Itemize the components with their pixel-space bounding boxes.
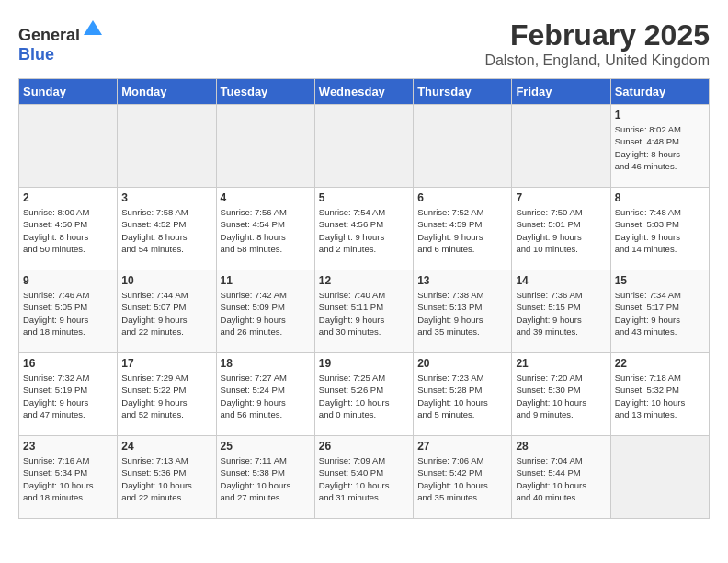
day-info: Sunrise: 7:25 AM Sunset: 5:26 PM Dayligh… [319,372,409,420]
calendar-week-1: 1Sunrise: 8:02 AM Sunset: 4:48 PM Daylig… [19,105,710,188]
calendar-cell: 23Sunrise: 7:16 AM Sunset: 5:34 PM Dayli… [19,436,118,519]
subtitle: Dalston, England, United Kingdom [484,52,710,69]
calendar-cell [216,105,314,188]
day-info: Sunrise: 7:18 AM Sunset: 5:32 PM Dayligh… [615,372,705,420]
logo: General Blue [18,18,104,64]
day-info: Sunrise: 7:54 AM Sunset: 4:56 PM Dayligh… [319,206,409,255]
day-info: Sunrise: 7:13 AM Sunset: 5:36 PM Dayligh… [121,454,211,503]
day-number: 16 [23,357,113,370]
day-info: Sunrise: 7:32 AM Sunset: 5:19 PM Dayligh… [23,372,113,420]
calendar-cell: 13Sunrise: 7:38 AM Sunset: 5:13 PM Dayli… [414,270,512,353]
day-number: 11 [221,274,311,287]
day-number: 3 [121,191,211,204]
day-info: Sunrise: 8:02 AM Sunset: 4:48 PM Dayligh… [615,123,705,172]
calendar-cell [414,105,512,188]
calendar-cell: 20Sunrise: 7:23 AM Sunset: 5:28 PM Dayli… [414,353,512,436]
calendar-cell: 8Sunrise: 7:48 AM Sunset: 5:03 PM Daylig… [610,188,709,270]
calendar-cell [118,105,216,188]
day-info: Sunrise: 7:48 AM Sunset: 5:03 PM Dayligh… [615,206,705,255]
calendar-cell: 7Sunrise: 7:50 AM Sunset: 5:01 PM Daylig… [512,188,610,270]
day-number: 9 [23,274,113,287]
day-info: Sunrise: 7:40 AM Sunset: 5:11 PM Dayligh… [319,289,409,338]
day-number: 1 [615,109,705,121]
calendar-cell: 12Sunrise: 7:40 AM Sunset: 5:11 PM Dayli… [314,270,413,353]
header-day-friday: Friday [512,79,610,105]
day-info: Sunrise: 7:50 AM Sunset: 5:01 PM Dayligh… [516,206,606,255]
day-number: 19 [319,357,409,370]
day-info: Sunrise: 7:23 AM Sunset: 5:28 PM Dayligh… [417,372,507,420]
header-day-saturday: Saturday [610,79,709,105]
page-header: General Blue February 2025 Dalston, Engl… [18,18,710,69]
logo-icon [82,18,104,40]
calendar-cell: 6Sunrise: 7:52 AM Sunset: 4:59 PM Daylig… [414,188,512,270]
day-number: 15 [615,274,705,287]
day-number: 18 [221,357,311,370]
calendar-cell [610,436,709,519]
header-day-sunday: Sunday [19,79,118,105]
day-number: 10 [121,274,211,287]
calendar-cell: 15Sunrise: 7:34 AM Sunset: 5:17 PM Dayli… [610,270,709,353]
day-info: Sunrise: 7:29 AM Sunset: 5:22 PM Dayligh… [121,372,211,420]
day-info: Sunrise: 7:09 AM Sunset: 5:40 PM Dayligh… [319,454,409,503]
day-info: Sunrise: 7:34 AM Sunset: 5:17 PM Dayligh… [615,289,705,338]
day-info: Sunrise: 7:58 AM Sunset: 4:52 PM Dayligh… [121,206,211,255]
day-number: 23 [23,440,113,453]
calendar-header: SundayMondayTuesdayWednesdayThursdayFrid… [19,79,710,105]
calendar-cell: 27Sunrise: 7:06 AM Sunset: 5:42 PM Dayli… [414,436,512,519]
day-number: 22 [615,357,705,370]
day-info: Sunrise: 7:42 AM Sunset: 5:09 PM Dayligh… [221,289,311,338]
day-info: Sunrise: 7:20 AM Sunset: 5:30 PM Dayligh… [516,372,606,420]
day-info: Sunrise: 7:36 AM Sunset: 5:15 PM Dayligh… [516,289,606,338]
day-number: 7 [516,191,606,204]
header-day-thursday: Thursday [414,79,512,105]
day-number: 12 [319,274,409,287]
day-info: Sunrise: 7:11 AM Sunset: 5:38 PM Dayligh… [221,454,311,503]
calendar-cell: 9Sunrise: 7:46 AM Sunset: 5:05 PM Daylig… [19,270,118,353]
day-number: 2 [23,191,113,204]
calendar-body: 1Sunrise: 8:02 AM Sunset: 4:48 PM Daylig… [19,105,710,519]
calendar-cell: 5Sunrise: 7:54 AM Sunset: 4:56 PM Daylig… [314,188,413,270]
calendar-cell: 1Sunrise: 8:02 AM Sunset: 4:48 PM Daylig… [610,105,709,188]
header-day-monday: Monday [118,79,216,105]
calendar-week-4: 16Sunrise: 7:32 AM Sunset: 5:19 PM Dayli… [19,353,710,436]
day-info: Sunrise: 7:16 AM Sunset: 5:34 PM Dayligh… [23,454,113,503]
calendar-cell: 16Sunrise: 7:32 AM Sunset: 5:19 PM Dayli… [19,353,118,436]
day-info: Sunrise: 7:04 AM Sunset: 5:44 PM Dayligh… [516,454,606,503]
header-day-tuesday: Tuesday [216,79,314,105]
day-number: 20 [417,357,507,370]
day-info: Sunrise: 7:27 AM Sunset: 5:24 PM Dayligh… [221,372,311,420]
calendar-cell: 28Sunrise: 7:04 AM Sunset: 5:44 PM Dayli… [512,436,610,519]
day-number: 27 [417,440,507,453]
day-number: 28 [516,440,606,453]
day-info: Sunrise: 7:56 AM Sunset: 4:54 PM Dayligh… [221,206,311,255]
day-number: 4 [221,191,311,204]
day-info: Sunrise: 7:38 AM Sunset: 5:13 PM Dayligh… [417,289,507,338]
calendar-cell [314,105,413,188]
day-info: Sunrise: 8:00 AM Sunset: 4:50 PM Dayligh… [23,206,113,255]
calendar-cell: 3Sunrise: 7:58 AM Sunset: 4:52 PM Daylig… [118,188,216,270]
header-row: SundayMondayTuesdayWednesdayThursdayFrid… [19,79,710,105]
title-block: February 2025 Dalston, England, United K… [484,18,710,69]
calendar-cell: 26Sunrise: 7:09 AM Sunset: 5:40 PM Dayli… [314,436,413,519]
day-number: 24 [121,440,211,453]
calendar-cell: 24Sunrise: 7:13 AM Sunset: 5:36 PM Dayli… [118,436,216,519]
calendar-cell: 10Sunrise: 7:44 AM Sunset: 5:07 PM Dayli… [118,270,216,353]
calendar-cell: 17Sunrise: 7:29 AM Sunset: 5:22 PM Dayli… [118,353,216,436]
calendar-cell: 2Sunrise: 8:00 AM Sunset: 4:50 PM Daylig… [19,188,118,270]
calendar-cell [512,105,610,188]
calendar-cell: 19Sunrise: 7:25 AM Sunset: 5:26 PM Dayli… [314,353,413,436]
day-number: 8 [615,191,705,204]
calendar-week-5: 23Sunrise: 7:16 AM Sunset: 5:34 PM Dayli… [19,436,710,519]
day-info: Sunrise: 7:46 AM Sunset: 5:05 PM Dayligh… [23,289,113,338]
calendar-week-3: 9Sunrise: 7:46 AM Sunset: 5:05 PM Daylig… [19,270,710,353]
header-day-wednesday: Wednesday [314,79,413,105]
calendar-cell: 11Sunrise: 7:42 AM Sunset: 5:09 PM Dayli… [216,270,314,353]
logo-general: General [18,26,80,44]
calendar-cell: 21Sunrise: 7:20 AM Sunset: 5:30 PM Dayli… [512,353,610,436]
calendar-cell: 22Sunrise: 7:18 AM Sunset: 5:32 PM Dayli… [610,353,709,436]
calendar-cell: 14Sunrise: 7:36 AM Sunset: 5:15 PM Dayli… [512,270,610,353]
calendar-week-2: 2Sunrise: 8:00 AM Sunset: 4:50 PM Daylig… [19,188,710,270]
day-info: Sunrise: 7:44 AM Sunset: 5:07 PM Dayligh… [121,289,211,338]
calendar-table: SundayMondayTuesdayWednesdayThursdayFrid… [18,78,710,519]
day-number: 25 [221,440,311,453]
